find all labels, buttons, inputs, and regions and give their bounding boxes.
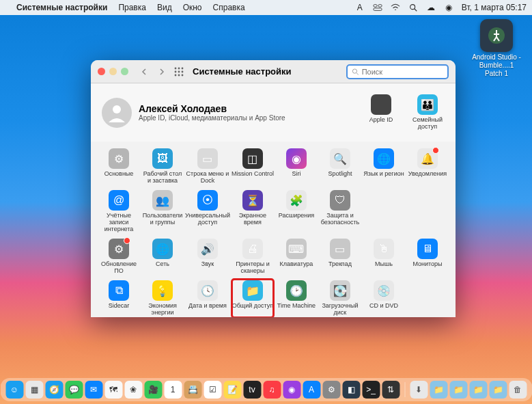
show-all-icon[interactable]	[173, 66, 184, 77]
dock-folder1[interactable]: 📁	[430, 381, 447, 399]
control-center-icon[interactable]	[373, 3, 382, 12]
dock-system-preferences[interactable]: ⚙	[322, 381, 340, 399]
search-input[interactable]	[362, 68, 443, 76]
pref-mission-control[interactable]: ◫ Mission Control	[232, 147, 274, 186]
pref-mouse[interactable]: 🖱 Мышь	[363, 237, 405, 276]
pref-label: Язык и регион	[363, 171, 404, 185]
energy-saver-icon: 💡	[152, 280, 173, 301]
dock-facetime[interactable]: 🎥	[144, 381, 162, 399]
pref-spotlight[interactable]: 🔍 Spotlight	[319, 147, 361, 186]
dock-downloads[interactable]: ⬇	[410, 381, 428, 399]
pref-desktop-screensaver[interactable]: 🖼 Рабочий стол и заставка	[141, 147, 184, 186]
menubar: Системные настройки Правка Вид Окно Спра…	[0, 0, 532, 15]
pref-printers-scanners[interactable]: 🖨 Принтеры и сканеры	[232, 237, 274, 276]
menu-edit[interactable]: Правка	[118, 3, 146, 12]
pref-label: Общий доступ	[232, 303, 273, 317]
dock-messages[interactable]: 💬	[65, 381, 83, 399]
pref-keyboard[interactable]: ⌨ Клавиатура	[275, 237, 318, 276]
maximize-button[interactable]	[121, 68, 128, 75]
pref-notifications[interactable]: 🔔 Уведомления	[406, 147, 449, 186]
dock-calendar[interactable]: 1	[164, 381, 182, 399]
close-button[interactable]	[98, 68, 105, 75]
dock-reminders[interactable]: ☑	[204, 381, 221, 399]
dock-music[interactable]: ♫	[263, 381, 281, 399]
minimize-button[interactable]	[109, 68, 117, 75]
menu-view[interactable]: Вид	[157, 3, 172, 12]
pref-sharing[interactable]: 📁 Общий доступ	[232, 279, 274, 317]
dock-folder3[interactable]: 📁	[469, 381, 487, 399]
pref-displays[interactable]: 🖥 Мониторы	[406, 237, 449, 276]
window-controls	[98, 68, 128, 75]
preferences-grid: ⚙ Основные 🖼 Рабочий стол и заставка ▭ С…	[91, 142, 456, 317]
forward-button[interactable]	[156, 66, 168, 78]
avatar[interactable]	[102, 98, 132, 128]
clock[interactable]: Вт, 1 марта 05:17	[462, 3, 527, 12]
wifi-icon[interactable]	[391, 3, 400, 12]
pref-security-privacy[interactable]: 🛡 Защита и безопасность	[319, 189, 361, 234]
pref-label: Расширения	[279, 213, 314, 226]
dock-podcasts[interactable]: ◉	[283, 381, 300, 399]
svg-point-13	[178, 74, 180, 76]
pref-time-machine[interactable]: 🕑 Time Machine	[275, 279, 318, 317]
search-field[interactable]	[346, 64, 449, 79]
pref-energy-saver[interactable]: 💡 Экономия энергии	[141, 279, 184, 317]
dock-transmit[interactable]: ⇅	[382, 381, 400, 399]
pref-date-time[interactable]: 🕓 Дата и время	[185, 279, 230, 317]
pref-label: Siri	[292, 171, 300, 185]
pref-sound[interactable]: 🔊 Звук	[185, 237, 230, 276]
pref-network[interactable]: 🌐 Сеть	[141, 237, 184, 276]
dock-contacts[interactable]: 📇	[184, 381, 201, 399]
menu-window[interactable]: Окно	[183, 3, 202, 12]
dock-maps[interactable]: 🗺	[104, 381, 122, 399]
desktop-screensaver-icon: 🖼	[152, 148, 173, 169]
user-info[interactable]: Алексей Холодаев Apple ID, iCloud, медиа…	[139, 103, 364, 122]
pref-cd-dvd[interactable]: 💿 CD и DVD	[363, 279, 405, 317]
android-studio-icon	[480, 19, 513, 52]
back-button[interactable]	[138, 66, 150, 78]
svg-point-10	[178, 70, 180, 72]
pref-software-update[interactable]: ⚙ Обновление ПО	[98, 237, 140, 276]
dock-notes[interactable]: 📝	[223, 381, 241, 399]
status-item-icon[interactable]: ☁	[426, 3, 436, 12]
dock-trash[interactable]: 🗑	[509, 381, 527, 399]
pref-general[interactable]: ⚙ Основные	[98, 147, 140, 186]
dock-folder2[interactable]: 📁	[449, 381, 467, 399]
dock-finder[interactable]: ☺	[5, 381, 23, 399]
dock-photos[interactable]: ❀	[124, 381, 142, 399]
pref-siri[interactable]: ◉ Siri	[275, 147, 318, 186]
dock-safari[interactable]: 🧭	[45, 381, 63, 399]
pref-dock-menubar[interactable]: ▭ Строка меню и Dock	[185, 147, 230, 186]
dock-folder4[interactable]: 📁	[489, 381, 507, 399]
pref-users-groups[interactable]: 👥 Пользователи и группы	[141, 189, 184, 234]
desktop-icon-android-studio[interactable]: Android Studio - Bumble....1 Patch 1	[471, 19, 522, 78]
dock-appstore[interactable]: A	[303, 381, 320, 399]
menu-help[interactable]: Справка	[213, 3, 245, 12]
pref-sidecar[interactable]: ⧉ Sidecar	[98, 279, 140, 317]
general-icon: ⚙	[109, 148, 129, 169]
pref-label: Mission Control	[232, 171, 274, 185]
pref-apple-id[interactable]: Apple ID	[364, 93, 398, 132]
sharing-icon: 📁	[242, 280, 263, 301]
input-source-icon[interactable]: А	[355, 3, 365, 12]
pref-family-sharing[interactable]: 👪Семейный доступ	[410, 93, 445, 132]
dock-terminal[interactable]: >_	[362, 381, 380, 399]
pref-label: Строка меню и Dock	[185, 171, 230, 185]
app-menu[interactable]: Системные настройки	[16, 3, 107, 12]
pref-startup-disk[interactable]: 💽 Загрузочный диск	[319, 279, 361, 317]
pref-trackpad[interactable]: ▭ Трекпад	[319, 237, 361, 276]
pref-label: Клавиатура	[280, 261, 313, 275]
spotlight-icon[interactable]	[408, 3, 418, 12]
pref-internet-accounts[interactable]: @ Учётные записи интернета	[98, 189, 140, 234]
siri-menubar-icon[interactable]: ◉	[444, 3, 453, 12]
pref-extensions[interactable]: 🧩 Расширения	[275, 189, 318, 234]
dock-android-studio[interactable]: ◧	[342, 381, 360, 399]
pref-screen-time[interactable]: ⏳ Экранное время	[232, 189, 274, 234]
dock-tv[interactable]: tv	[243, 381, 261, 399]
pref-accessibility[interactable]: ⦿ Универсальный доступ	[185, 189, 230, 234]
dock-launchpad[interactable]: ▦	[25, 381, 43, 399]
pref-language-region[interactable]: 🌐 Язык и регион	[363, 147, 405, 186]
dock-mail[interactable]: ✉	[85, 381, 102, 399]
pref-label: Экранное время	[232, 213, 274, 226]
pref-label: Загрузочный диск	[319, 303, 361, 317]
system-preferences-window: Системные настройки Алексей Холодаев App…	[91, 60, 456, 317]
